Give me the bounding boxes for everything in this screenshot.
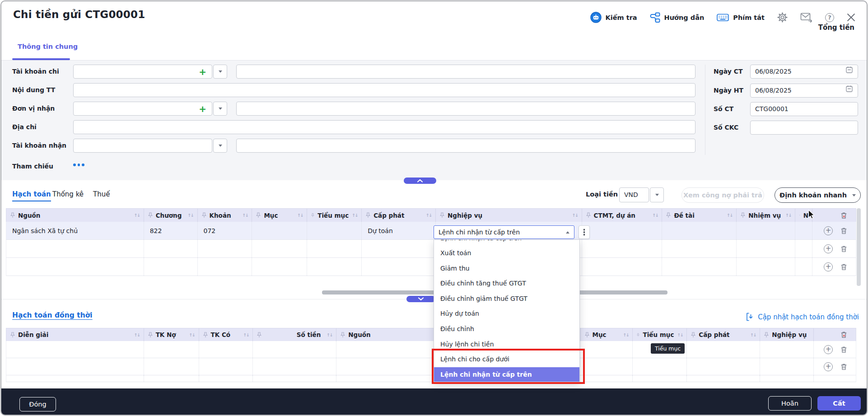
grid2-col-muc[interactable]: Mục↑↓ — [581, 328, 633, 341]
sort-icon: ↑↓ — [653, 213, 658, 218]
grid1-col-nguon[interactable]: Nguồn↑↓ — [6, 209, 144, 222]
delete-row-icon[interactable] — [840, 363, 847, 370]
currency-dropdown-arrow[interactable] — [650, 187, 664, 202]
ckc-input[interactable] — [750, 121, 858, 135]
calendar-icon[interactable] — [845, 65, 853, 78]
delete-row-icon[interactable] — [840, 346, 847, 353]
close-icon[interactable] — [847, 13, 855, 22]
dropdown-item[interactable]: Xuất toán — [434, 246, 579, 261]
dropdown-item[interactable]: Giảm thu — [434, 261, 579, 276]
tooltip-tieu-muc: Tiểu mục — [651, 343, 685, 354]
dropdown-item[interactable]: Điều chỉnh — [434, 322, 579, 337]
collapse-form-pill[interactable] — [404, 178, 436, 184]
row-actions: + — [812, 258, 856, 276]
doc-date-input[interactable]: 06/08/2025 — [750, 65, 858, 79]
tab-thong-ke[interactable]: Thống kê — [52, 190, 84, 198]
add-row-icon[interactable]: + — [824, 362, 833, 371]
grid1-col-nghiep-vu[interactable]: Nghiệp vụ↑↓ — [436, 209, 582, 222]
tab-thue[interactable]: Thuế — [93, 190, 110, 198]
dropdown-item[interactable]: Điều chỉnh tăng thuế GTGT — [434, 276, 579, 291]
settings-gear-icon[interactable] — [777, 12, 788, 23]
update-simultaneous-posting-link[interactable]: Cập nhật hạch toán đồng thời — [746, 313, 859, 321]
account-in-combo[interactable] — [73, 139, 212, 153]
delete-all-rows-icon[interactable]: ✕ — [840, 331, 847, 338]
grid1-col-cap-phat[interactable]: Cấp phát↑↓ — [362, 209, 436, 222]
add-row-icon[interactable]: + — [824, 244, 833, 253]
grid2-header: Diễn giải↑↓ TK Nợ↑↓ TK Có↑↓ Số tiền↑↓ Ng… — [6, 328, 856, 341]
grid2-col-so-tien[interactable]: Số tiền↑↓ — [253, 328, 336, 341]
grid1-col-ctmt[interactable]: CTMT, dự án↑↓ — [582, 209, 663, 222]
nghiep-vu-editor[interactable]: Lệnh chi nhận từ cấp trên — [434, 225, 574, 239]
account-out-combo[interactable]: + — [73, 65, 212, 79]
post-date-input[interactable]: 06/08/2025 — [750, 84, 858, 98]
add-receiver-icon[interactable]: + — [199, 104, 206, 113]
grid1-vertical-scrollbar[interactable] — [857, 208, 861, 286]
currency-select[interactable]: VND — [619, 187, 649, 202]
grid2-col-tieu-muc[interactable]: Tiểu mục↑↓ — [633, 328, 687, 341]
save-button[interactable]: Cất — [817, 396, 861, 411]
receiver-name-input[interactable] — [236, 102, 695, 116]
delete-row-icon[interactable] — [840, 227, 847, 234]
tab-hach-toan[interactable]: Hạch toán — [12, 190, 51, 201]
more-options-button[interactable] — [579, 225, 590, 239]
delete-all-rows-icon[interactable]: ✕ — [840, 212, 847, 219]
grid2-col-nghiep-vu[interactable]: Nghiệp vụ — [760, 328, 814, 341]
sort-icon: ↑↓ — [352, 213, 358, 218]
dropdown-item[interactable]: Điều chỉnh giảm thuế GTGT — [434, 291, 579, 307]
add-row-icon[interactable]: + — [824, 262, 833, 271]
account-in-name-input[interactable] — [236, 139, 695, 153]
account-out-name-input[interactable] — [236, 65, 695, 79]
postpone-button[interactable]: Hoãn — [768, 396, 812, 411]
account-out-dropdown-arrow[interactable] — [213, 65, 227, 79]
view-debt-button[interactable]: Xem công nợ phải trả — [681, 187, 764, 203]
account-in-dropdown-arrow[interactable] — [213, 139, 227, 153]
pin-icon — [10, 212, 15, 218]
pin-icon — [799, 212, 800, 218]
grid2-col-cap-phat[interactable]: Cấp phát↑↓ — [687, 328, 760, 341]
send-mail-icon[interactable] — [800, 12, 812, 23]
delete-row-icon[interactable] — [840, 245, 847, 252]
cell-muc[interactable] — [252, 222, 307, 239]
simultaneous-posting-link[interactable]: Hạch toán đồng thời — [12, 311, 93, 319]
cell-cap-phat[interactable]: Dự toán — [362, 222, 436, 239]
tab-general-info[interactable]: Thông tin chung — [18, 43, 78, 50]
grid1-col-tieu-muc[interactable]: Tiểu mục↑↓ — [307, 209, 362, 222]
content-input[interactable] — [73, 83, 695, 97]
add-row-icon[interactable]: + — [824, 345, 833, 354]
cell-khoan[interactable]: 072 — [198, 222, 252, 239]
grid1-col-chuong[interactable]: Chương↑↓ — [144, 209, 198, 222]
grid2-col-actions: ✕ — [814, 328, 856, 341]
cell-nguon[interactable]: Ngân sách Xã tự chủ — [6, 222, 144, 239]
pin-icon — [666, 212, 671, 218]
dropdown-item[interactable]: Hủy dự toán — [434, 306, 579, 322]
receiver-dropdown-arrow[interactable] — [213, 102, 227, 116]
grid1-col-khoan[interactable]: Khoản↑↓ — [198, 209, 252, 222]
grid1-col-de-tai[interactable]: Đề tài↑↓ — [662, 209, 737, 222]
cell-chuong[interactable]: 822 — [144, 222, 198, 239]
pin-icon — [366, 212, 370, 218]
receiver-combo[interactable]: + — [73, 102, 212, 116]
reference-more-dots-icon[interactable] — [73, 164, 84, 166]
cell-tieu-muc[interactable] — [307, 222, 362, 239]
check-button[interactable]: Kiểm tra — [590, 12, 637, 23]
dropdown-item-clipped[interactable]: Lệnh chi nhận từ cấp trên — [434, 240, 579, 246]
grid1-col-nhiem-vu[interactable]: Nhiệm vụ↑↓ — [737, 209, 795, 222]
grid2-col-dien-giai[interactable]: Diễn giải↑↓ — [6, 328, 144, 341]
expand-section-pill[interactable] — [406, 296, 435, 302]
doc-no-input[interactable]: CTG00001 — [750, 102, 858, 116]
close-button[interactable]: Đóng — [19, 397, 56, 411]
quick-entry-button[interactable]: Định khoản nhanh — [775, 187, 861, 203]
grid2-col-tk-co[interactable]: TK Có↑↓ — [199, 328, 253, 341]
pin-icon — [586, 212, 591, 218]
grid1-col-muc[interactable]: Mục↑↓ — [252, 209, 307, 222]
delete-row-icon[interactable] — [840, 263, 847, 271]
add-row-icon[interactable]: + — [824, 226, 833, 235]
add-account-icon[interactable]: + — [199, 67, 206, 76]
shortcut-button[interactable]: Phím tắt — [717, 13, 765, 22]
address-input[interactable] — [73, 120, 695, 134]
grid2-col-tk-no[interactable]: TK Nợ↑↓ — [144, 328, 199, 341]
guide-button[interactable]: Hướng dẫn — [650, 12, 705, 23]
calendar-icon[interactable] — [845, 84, 853, 97]
chevron-up-icon[interactable] — [566, 231, 569, 234]
help-icon[interactable]: ? — [825, 13, 834, 22]
